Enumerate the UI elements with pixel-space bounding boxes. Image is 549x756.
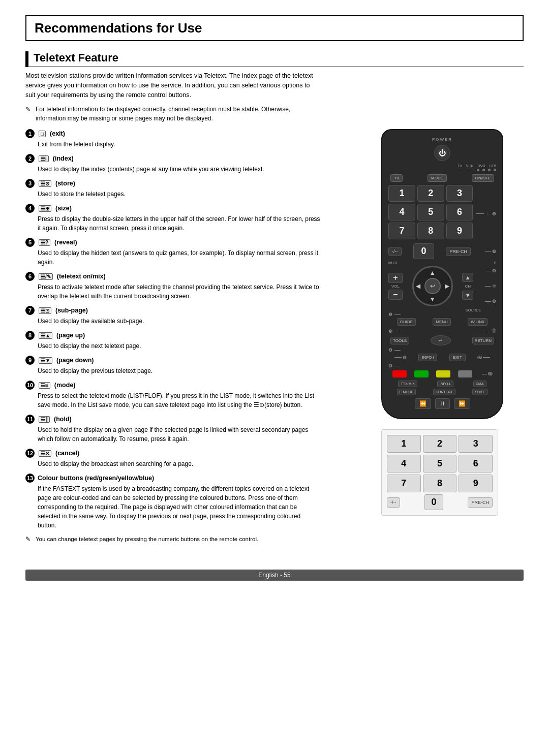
feature-teletext-on-mix: 6 ☰/✎ (teletext on/mix) Press to activat… [25,272,320,301]
feature-sub-page: 7 ☰⊡ (sub-page) Used to display the avai… [25,306,320,326]
feature-colour-buttons: 13 Colour buttons (red/green/yellow/blue… [25,474,320,530]
np-zero[interactable]: 0 [424,494,443,510]
page-footer: English - 55 [25,570,524,581]
nav-right-arrow: ▶ [445,282,449,290]
feature-store: 3 ☰⊙ (store) Used to store the teletext … [25,179,320,199]
red-button[interactable] [392,370,407,377]
pause-button[interactable]: ⏸ [435,398,450,409]
ch-down[interactable]: ▼ [462,291,473,300]
info-exit-row: ❺ INFO i EXIT ⓬ [388,354,496,361]
feature-page-up: 8 ☰▲ (page up) Used to display the next … [25,331,320,351]
guide-button[interactable]: GUIDE [397,318,416,326]
blue-button[interactable] [458,370,472,377]
navigation-circle[interactable]: ▲ ▼ ◀ ▶ ↩ [412,266,453,306]
ttx-button[interactable]: TTX/MIX [398,381,417,387]
np-1[interactable]: 1 [387,435,421,453]
ttx-row: TTX/MIX INFO.L DMA [388,381,496,387]
nav-center[interactable]: ↩ [424,278,441,294]
misc-row: -/-- 0 PRE-CH ❼ [388,243,496,259]
num-4[interactable]: 4 [388,204,415,220]
vol-nav-section: + VOL − ▲ ▼ ◀ ▶ ↩ [388,266,496,306]
section-title: Teletext Feature [25,51,524,67]
zero-button[interactable]: 0 [413,243,434,259]
fast-forward-button[interactable]: ⏩ [454,398,470,409]
intro-text: Most television stations provide written… [25,71,320,100]
nav-up-arrow: ▲ [430,269,436,276]
num-5[interactable]: 5 [417,204,444,220]
infol-button[interactable]: INFO.L [437,381,454,387]
num-1[interactable]: 1 [388,185,415,202]
emode-row: E.MODE CONTENT SUBT. [388,389,496,395]
np-5[interactable]: 5 [423,455,457,472]
menu-button[interactable]: MENU [433,318,451,326]
subt-button[interactable]: SUBT. [472,389,487,395]
np-7[interactable]: 7 [387,475,421,492]
feature-hold: 11 ☰‖ (hold) Used to hold the display on… [25,415,320,444]
nav-left-arrow: ◀ [416,282,420,290]
tools-row: TOOLS ↩ RETURN [388,335,496,345]
note-numeric: You can change teletext pages by pressin… [25,535,310,544]
vol-down[interactable]: − [388,290,403,300]
right-column: POWER ⏻ TVVCRDVDSTB TV MODE ON/OFF [381,129,524,544]
num-7[interactable]: 7 [388,223,415,239]
guide-row: GUIDE MENU W.LINK [388,318,496,326]
nav-down-arrow: ▼ [430,296,436,303]
rewind-button[interactable]: ⏪ [415,398,431,409]
np-misc-row: -/-- 0 PRE-CH [387,494,493,510]
feature-page-down: 9 ☰▼ (page down) Used to display the pre… [25,356,320,375]
wlink-button[interactable]: W.LINK [468,318,487,326]
numpad-grid: 1 2 3 4 5 6 7 8 9 [387,435,493,492]
source-labels: TVVCRDVDSTB [388,164,496,168]
page-title: Recommendations for Use [25,15,524,41]
np-4[interactable]: 4 [387,455,421,472]
prech-button[interactable]: PRE-CH [446,247,471,256]
feature-exit: 1 □ (exit) Exit from the teletext displa… [25,129,320,149]
np-dash[interactable]: -/-- [387,497,400,508]
np-6[interactable]: 6 [459,455,493,472]
mode-button[interactable]: MODE [428,174,447,182]
num-2[interactable]: 2 [417,185,444,202]
num-6[interactable]: 6 [446,204,473,220]
np-3[interactable]: 3 [459,435,493,453]
np-9[interactable]: 9 [459,475,493,492]
emode-button[interactable]: E.MODE [397,389,416,395]
num-9[interactable]: 9 [446,223,473,239]
info-button[interactable]: INFO i [418,354,437,361]
vol-up[interactable]: + [388,273,403,283]
yellow-button[interactable] [436,370,450,377]
np-2[interactable]: 2 [423,435,457,453]
np-prech[interactable]: PRE-CH [468,497,493,508]
onoff-button[interactable]: ON/OFF [472,174,494,182]
feature-cancel: 12 ☰✕ (cancel) Used to display the broad… [25,449,320,468]
remote-control: POWER ⏻ TVVCRDVDSTB TV MODE ON/OFF [381,129,503,419]
note-reception: For teletext information to be displayed… [25,105,320,123]
color-buttons-row: ⓭ [388,370,496,377]
dma-button[interactable]: DMA [473,381,486,387]
numpad-small: 1 2 3 4 5 6 7 8 9 -/-- 0 PRE-CH [381,429,498,516]
green-button[interactable] [414,370,429,377]
feature-mode: 10 ☰≡ (mode) Press to select the teletex… [25,381,320,410]
num-8[interactable]: 8 [417,223,444,239]
content-button[interactable]: CONTENT [433,389,455,395]
num-3[interactable]: 3 [446,185,473,202]
volume-controls: + VOL − [388,273,403,300]
ch-up[interactable]: ▲ [462,273,473,282]
tools-button[interactable]: TOOLS [390,337,409,344]
playback-row: ⏪ ⏸ ⏩ [388,398,496,409]
center-action-button[interactable]: ↩ [431,335,451,345]
tv-button[interactable]: TV [390,174,403,182]
channel-controls: ▲ CH ▼ [462,273,473,300]
exit-button[interactable]: EXIT [449,354,466,361]
power-button[interactable]: ⏻ [434,145,450,161]
dash-button[interactable]: -/-- [388,247,402,256]
power-label: POWER [388,137,496,142]
return-button[interactable]: RETURN [472,337,494,344]
number-grid: 1 2 3 4 5 6 7 8 9 [388,185,473,239]
np-8[interactable]: 8 [423,475,457,492]
feature-index: 2 ☰i (index) Used to display the index (… [25,154,320,174]
feature-reveal: 5 ☰? (reveal) Used to display the hidden… [25,238,320,267]
features-list: 1 □ (exit) Exit from the teletext displa… [25,129,371,544]
feature-size: 4 ☰⊞ (size) Press to display the double-… [25,204,320,233]
